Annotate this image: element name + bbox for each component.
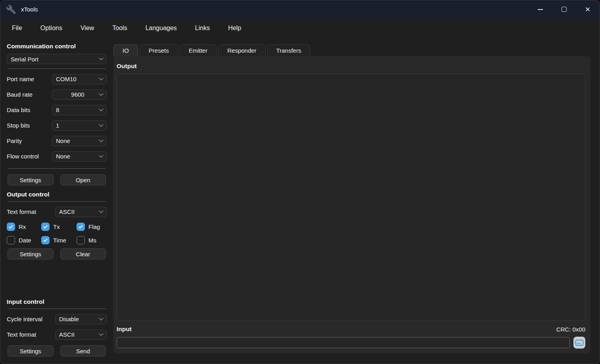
checkbox-rx[interactable]: Rx (7, 223, 41, 231)
open-button[interactable]: Open (60, 174, 106, 185)
input-text-format-dropdown[interactable]: ASCII (55, 330, 107, 340)
close-button[interactable]: × (576, 0, 600, 18)
divider (8, 201, 106, 202)
output-flags-grid: Rx Tx Flag Date Time (7, 223, 107, 244)
maximize-button[interactable] (552, 0, 576, 18)
checkbox-date[interactable]: Date (7, 236, 41, 244)
chevron-down-icon (99, 76, 103, 80)
input-field[interactable] (117, 337, 570, 348)
cycle-interval-row: Cycle interval Disable (7, 311, 107, 327)
check-icon (79, 224, 83, 229)
input-heading: Input (117, 326, 132, 333)
maximize-icon (562, 7, 567, 12)
check-icon (9, 224, 13, 229)
port-name-dropdown[interactable]: COM10 (52, 74, 107, 84)
send-button[interactable]: Send (60, 345, 106, 356)
input-text-format-row: Text format ASCII (7, 327, 107, 342)
communication-control-heading: Communication control (7, 42, 107, 52)
checkbox[interactable] (77, 236, 85, 244)
checkbox[interactable] (7, 236, 15, 244)
check-icon (43, 238, 48, 242)
tab-responder[interactable]: Responder (218, 44, 265, 56)
tab-emitter[interactable]: Emitter (180, 44, 217, 56)
flow-control-row: Flow control None (7, 149, 107, 164)
comm-settings-button[interactable]: Settings (8, 174, 54, 185)
checkbox-ms[interactable]: Ms (77, 236, 107, 244)
port-name-row: Port name COM10 (7, 71, 107, 87)
data-bits-row: Data bits 8 (7, 102, 107, 118)
io-panel: Output Input CRC: 0x00 (113, 56, 590, 353)
chevron-down-icon (99, 316, 103, 320)
tab-io[interactable]: IO (113, 44, 138, 56)
divider (8, 309, 106, 309)
chevron-down-icon (99, 56, 103, 60)
input-settings-button[interactable]: Settings (8, 345, 54, 356)
close-icon: × (585, 5, 590, 14)
chevron-down-icon (99, 122, 103, 126)
menu-links[interactable]: Links (186, 22, 219, 34)
menu-tools[interactable]: Tools (103, 22, 136, 34)
check-icon (43, 224, 48, 229)
app-window: xTools × File Options View Tools Languag… (0, 0, 600, 364)
checkbox[interactable] (7, 223, 15, 231)
menu-languages[interactable]: Languages (136, 22, 186, 34)
input-row (117, 337, 585, 349)
window-title: xTools (21, 6, 38, 13)
sidebar: Communication control Serial Port Port n… (4, 38, 110, 364)
chevron-down-icon (99, 208, 103, 213)
tab-presets[interactable]: Presets (140, 44, 178, 56)
parity-row: Parity None (7, 133, 107, 149)
tabbar: IO Presets Emitter Responder Transfers (113, 44, 590, 56)
input-format-button[interactable] (573, 337, 585, 349)
menu-view[interactable]: View (71, 22, 103, 34)
input-control-heading: Input control (7, 297, 107, 308)
chevron-down-icon (99, 153, 103, 157)
checkbox-flag[interactable]: Flag (77, 223, 107, 231)
input-method-icon (575, 339, 584, 346)
data-bits-dropdown[interactable]: 8 (52, 105, 107, 115)
parity-dropdown[interactable]: None (52, 136, 107, 146)
input-header-row: Input CRC: 0x00 (117, 321, 585, 337)
checkbox-time[interactable]: Time (41, 236, 77, 244)
clear-button[interactable]: Clear (60, 248, 106, 259)
chevron-down-icon (99, 107, 103, 111)
menu-file[interactable]: File (3, 22, 31, 34)
device-type-dropdown[interactable]: Serial Port (7, 54, 107, 64)
sidebar-spacer (7, 261, 107, 297)
main-area: IO Presets Emitter Responder Transfers O… (113, 38, 590, 353)
checkbox[interactable] (77, 223, 85, 231)
wrench-icon (6, 4, 16, 15)
baud-rate-dropdown[interactable]: 9600 (52, 90, 107, 100)
output-settings-button[interactable]: Settings (8, 248, 54, 259)
output-textarea[interactable] (117, 74, 585, 321)
chevron-down-icon (99, 91, 103, 95)
minimize-icon (538, 9, 543, 10)
checkbox[interactable] (41, 236, 50, 244)
titlebar: xTools × (0, 0, 600, 18)
divider (8, 168, 106, 169)
menu-options[interactable]: Options (31, 22, 71, 34)
divider (8, 69, 106, 69)
menu-help[interactable]: Help (219, 22, 250, 34)
output-heading: Output (117, 60, 585, 74)
checkbox[interactable] (41, 223, 50, 231)
flow-control-dropdown[interactable]: None (52, 151, 107, 162)
minimize-button[interactable] (528, 0, 552, 18)
output-text-format-dropdown[interactable]: ASCII (55, 207, 107, 217)
stop-bits-dropdown[interactable]: 1 (52, 120, 107, 131)
tab-transfers[interactable]: Transfers (267, 44, 311, 56)
window-controls: × (528, 0, 600, 18)
output-control-heading: Output control (7, 190, 107, 200)
crc-value: CRC: 0x00 (556, 326, 585, 333)
stop-bits-row: Stop bits 1 (7, 118, 107, 133)
baud-rate-row: Baud rate 9600 (7, 87, 107, 102)
chevron-down-icon (99, 331, 103, 335)
menubar: File Options View Tools Languages Links … (0, 18, 600, 38)
output-text-format-row: Text format ASCII (7, 204, 107, 219)
chevron-down-icon (99, 137, 103, 142)
checkbox-tx[interactable]: Tx (41, 223, 77, 231)
cycle-interval-dropdown[interactable]: Disable (55, 314, 107, 324)
